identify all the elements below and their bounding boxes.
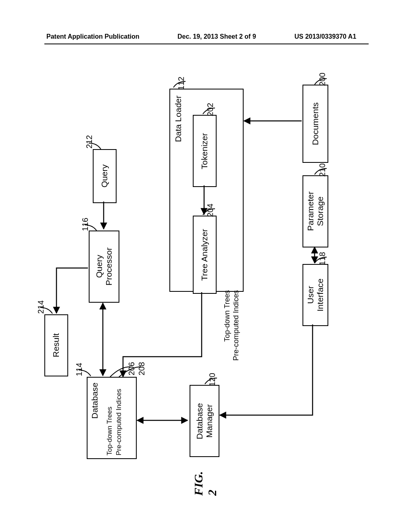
label-documents: Documents [311, 102, 320, 145]
arrow-paramstorage-ui [313, 246, 317, 264]
label-database: Database [90, 382, 100, 419]
header-patent-number: US 2013/0339370 A1 [294, 33, 356, 40]
arrow-tokenizer-treeanalyzer [202, 185, 206, 216]
diagram-fig-2: Documents 200 Parameter Storage 210 User… [44, 73, 367, 496]
label-db-trees: Top-down Trees [106, 379, 114, 455]
label-db-indices: Pre-computed Indices [115, 379, 123, 455]
box-result: Result [44, 314, 68, 376]
arrow-qprocessor-result [54, 266, 89, 315]
arrow-documents-dataloader [242, 119, 302, 123]
box-tokenizer: Tokenizer [193, 115, 217, 187]
label-data-loader: Data Loader [173, 96, 183, 142]
label-database-manager: Database Manager [195, 403, 214, 439]
arrow-dbmanager-database [135, 418, 190, 422]
box-tree-analyzer: Tree Analyzer [193, 216, 217, 294]
arrow-query-qprocessor [102, 202, 106, 231]
arrow-qprocessor-database [101, 301, 105, 378]
page: Patent Application Publication Dec. 19, … [0, 0, 413, 532]
label-query: Query [100, 164, 109, 187]
box-query: Query [93, 149, 117, 203]
label-query-processor: Query Processor [94, 247, 114, 286]
figure-label: FIG. 2 [192, 470, 219, 496]
label-tokenizer: Tokenizer [200, 133, 209, 169]
label-tree-analyzer: Tree Analyzer [200, 229, 209, 281]
header-date-sheet: Dec. 19, 2013 Sheet 2 of 9 [177, 33, 256, 40]
edge-label-indices: Pre-computed Indices [232, 290, 240, 361]
label-parameter-storage: Parameter Storage [306, 191, 325, 231]
box-user-interface: User Interface [302, 264, 328, 326]
label-user-interface: User Interface [306, 278, 325, 312]
box-documents: Documents [302, 85, 328, 163]
box-database-manager: Database Manager [190, 385, 219, 457]
label-result: Result [51, 333, 61, 357]
header-publication: Patent Application Publication [46, 33, 140, 40]
box-query-processor: Query Processor [89, 231, 119, 303]
header-rule [44, 44, 369, 44]
box-parameter-storage: Parameter Storage [302, 175, 328, 247]
edge-label-trees: Top-down Trees [223, 290, 232, 342]
